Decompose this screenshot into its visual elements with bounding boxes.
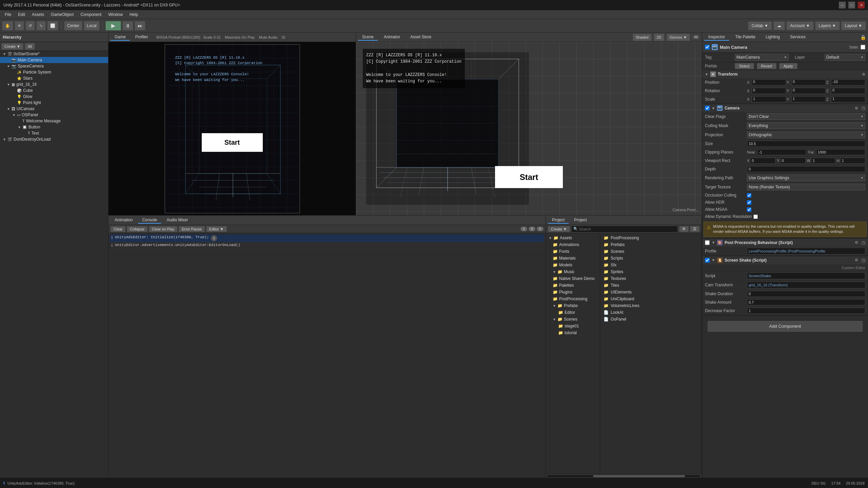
camera-header[interactable]: ▼ 📷 Camera ⚙ ◳ bbox=[702, 104, 868, 112]
tree-item-pointlight[interactable]: 💡 Point light bbox=[0, 100, 108, 106]
component-settings-icon[interactable]: ⚙ bbox=[862, 72, 865, 77]
static-checkbox[interactable] bbox=[861, 45, 865, 49]
tab-asset-store[interactable]: Asset Store bbox=[406, 34, 435, 41]
tree-item-welcomemsg[interactable]: T Welcome Message bbox=[0, 118, 108, 124]
hierarchy-create-btn[interactable]: Create ▼ bbox=[1, 43, 23, 50]
scale-y-input[interactable]: 1 bbox=[791, 96, 826, 102]
rot-z-input[interactable]: 0 bbox=[831, 88, 865, 94]
camera-settings-icon[interactable]: ⚙ bbox=[855, 106, 858, 110]
pivot-toggle[interactable]: Center bbox=[64, 21, 82, 30]
revert-btn[interactable]: Revert bbox=[757, 63, 776, 69]
vp-x-input[interactable]: 0 bbox=[750, 158, 775, 164]
close-button[interactable]: ✕ bbox=[858, 2, 865, 8]
pp-settings-icon[interactable]: ⚙ bbox=[855, 240, 858, 245]
tree-item-button[interactable]: ▼ 🔲 Button bbox=[0, 124, 108, 130]
layout-button[interactable]: Layout ▼ bbox=[841, 21, 866, 30]
clear-flags-dropdown[interactable]: Don't Clear ▼ bbox=[747, 113, 865, 120]
asset-sprites[interactable]: 📁 Sprites bbox=[601, 268, 700, 275]
project-scrollbar[interactable] bbox=[546, 474, 702, 478]
vp-w-input[interactable]: 1 bbox=[811, 158, 835, 164]
scale-x-input[interactable]: 1 bbox=[752, 96, 786, 102]
tree-item-grid[interactable]: ▼ ▦ grid_16_16 bbox=[0, 81, 108, 87]
console-line-1[interactable]: ℹ UnityAdsEditor: Initialize(1746390, Tr… bbox=[110, 235, 544, 242]
proj-animations[interactable]: 📁 Animations bbox=[546, 241, 600, 248]
menu-edit[interactable]: Edit bbox=[15, 12, 28, 18]
tab-animation[interactable]: Animation bbox=[111, 217, 137, 224]
proj-materials[interactable]: 📁 Materials bbox=[546, 255, 600, 262]
screen-shake-header[interactable]: ▼ 📜 Screen Shake (Script) ⚙ ◳ bbox=[702, 256, 868, 264]
tree-item-cube[interactable]: 🎲 Cube bbox=[0, 87, 108, 94]
tool-hand[interactable]: ✋ bbox=[2, 21, 13, 30]
tree-item-ospanel[interactable]: ▼ ▭ OSPanel bbox=[0, 112, 108, 118]
tab-audio-mixer[interactable]: Audio Mixer bbox=[162, 217, 192, 224]
scale-y-value[interactable]: 1 bbox=[793, 97, 824, 101]
tool-rotate[interactable]: ↺ bbox=[25, 21, 35, 30]
tree-item-dontdestroy[interactable]: ▼ 🎬 DontDestroyOnLoad bbox=[0, 136, 108, 142]
tab-project-1[interactable]: Project bbox=[548, 217, 569, 224]
console-editor-btn[interactable]: Editor ▼ bbox=[206, 226, 227, 232]
rot-y-value[interactable]: 0 bbox=[793, 88, 824, 92]
asset-ospanel[interactable]: 📄 OsPanel bbox=[601, 316, 700, 323]
menu-gameobject[interactable]: GameObject bbox=[47, 12, 77, 18]
asset-sfx[interactable]: 📁 Sfx bbox=[601, 262, 700, 268]
post-processing-header[interactable]: ▼ 🎨 Post Processing Behaviour (Script) ⚙… bbox=[702, 239, 868, 247]
tab-profiler[interactable]: Profiler bbox=[131, 34, 152, 41]
menu-component[interactable]: Component bbox=[77, 12, 105, 18]
tree-item-uicanvas[interactable]: ▼ 🖼 UICanvas bbox=[0, 106, 108, 112]
ss-checkbox[interactable] bbox=[705, 258, 710, 263]
asset-uielements[interactable]: 📁 UIElements bbox=[601, 289, 700, 296]
tree-item-glow[interactable]: 💡 Glow bbox=[0, 94, 108, 100]
allow-msaa-checkbox[interactable] bbox=[747, 207, 751, 212]
proj-scenes[interactable]: ▼ 📁 Scenes bbox=[546, 316, 600, 323]
pp-profile-value[interactable]: LevelProcessingProfile (PostProcessingPr… bbox=[747, 248, 865, 255]
proj-assets-root[interactable]: ▼ 📁 Assets bbox=[546, 235, 600, 241]
camera-enabled-checkbox[interactable] bbox=[705, 45, 710, 49]
console-collapse-btn[interactable]: Collapse bbox=[127, 226, 147, 232]
proj-native[interactable]: 📁 Native Share Demo bbox=[546, 275, 600, 282]
size-input[interactable]: 10.5 bbox=[747, 141, 865, 147]
tree-item-maincamera[interactable]: 📷 Main Camera bbox=[0, 57, 108, 63]
projection-dropdown[interactable]: Orthographic ▼ bbox=[747, 131, 865, 138]
pos-y-value[interactable]: 0 bbox=[793, 80, 824, 84]
menu-window[interactable]: Window bbox=[105, 12, 126, 18]
tree-item-osscene[interactable]: ▼ 🎬 0sStartScene* bbox=[0, 51, 108, 57]
gizmos-dropdown[interactable]: Gizmos ▼ bbox=[667, 34, 690, 41]
rot-z-value[interactable]: 0 bbox=[832, 88, 864, 92]
proj-stage01[interactable]: 📁 stage01 bbox=[546, 323, 600, 329]
tab-animator[interactable]: Animator bbox=[380, 34, 404, 41]
step-button[interactable]: ⏭ bbox=[135, 21, 145, 30]
allow-dynamic-checkbox[interactable] bbox=[753, 215, 758, 219]
play-button[interactable]: ▶ bbox=[105, 21, 121, 30]
vp-y-input[interactable]: 0 bbox=[780, 158, 806, 164]
asset-postprocessing[interactable]: 📁 PostProcessing bbox=[601, 235, 700, 241]
add-component-button[interactable]: Add Component bbox=[708, 321, 863, 332]
game-maximize[interactable]: Maximize On Play bbox=[225, 35, 255, 39]
scene-all-badge[interactable]: All bbox=[692, 35, 700, 39]
menu-assets[interactable]: Assets bbox=[28, 12, 47, 18]
collab-button[interactable]: Collab ▼ bbox=[748, 21, 772, 30]
tool-rect[interactable]: ⬜ bbox=[47, 21, 58, 30]
tree-item-text[interactable]: T Text bbox=[0, 130, 108, 136]
tool-scale[interactable]: ⤡ bbox=[36, 21, 46, 30]
culling-mask-dropdown[interactable]: Everything ▼ bbox=[747, 122, 865, 129]
tree-item-particlesystem[interactable]: ✨ Particle System bbox=[0, 69, 108, 75]
start-button-scene[interactable]: Start bbox=[495, 166, 563, 188]
proj-fonts[interactable]: 📁 Fonts bbox=[546, 248, 600, 255]
ss-decrease-input[interactable]: 1 bbox=[747, 308, 865, 314]
console-clear-btn[interactable]: Clear bbox=[111, 226, 125, 232]
scale-x-value[interactable]: 1 bbox=[753, 97, 785, 101]
proj-tutorial[interactable]: 📁 tutorial bbox=[546, 329, 600, 336]
vp-h-input[interactable]: 1 bbox=[840, 158, 865, 164]
asset-scripts[interactable]: 📁 Scripts bbox=[601, 255, 700, 262]
scale-z-value[interactable]: 1 bbox=[832, 97, 864, 101]
minimize-button[interactable]: ─ bbox=[839, 2, 846, 8]
project-create-btn[interactable]: Create ▼ bbox=[548, 226, 570, 232]
proj-postprocessing[interactable]: 📁 PostProcessing bbox=[546, 296, 600, 302]
menu-file[interactable]: File bbox=[1, 12, 15, 18]
transform-header[interactable]: ▼ ⊕ Transform ⚙ bbox=[702, 70, 868, 78]
ss-settings-icon[interactable]: ⚙ bbox=[855, 258, 858, 262]
pos-z-value[interactable]: -10 bbox=[832, 80, 864, 84]
layers-button[interactable]: Layers ▼ bbox=[815, 21, 840, 30]
scale-z-input[interactable]: 1 bbox=[831, 96, 865, 102]
asset-volumetriclines[interactable]: 📁 VolumetricLines bbox=[601, 302, 700, 309]
